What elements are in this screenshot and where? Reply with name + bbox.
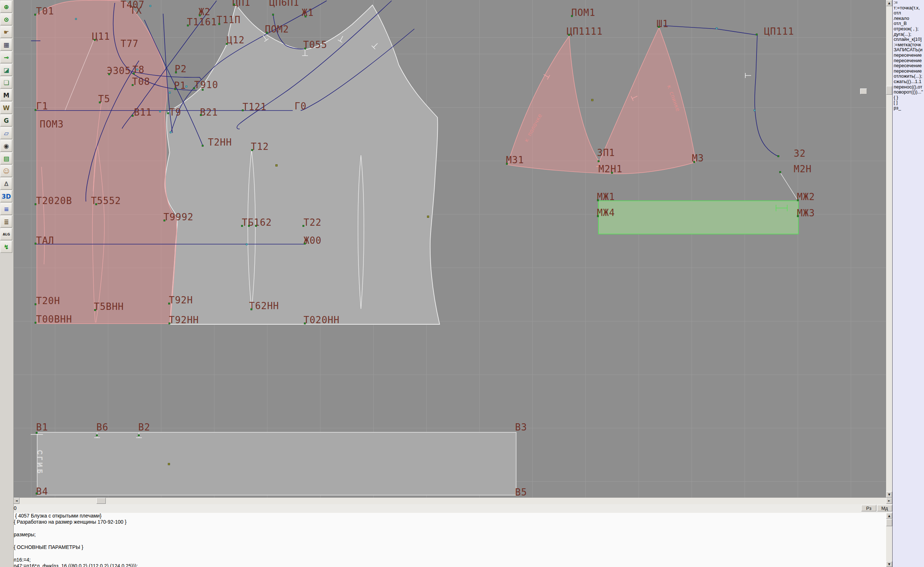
curve-point xyxy=(170,131,171,133)
construction-point xyxy=(779,171,781,173)
construction-point xyxy=(164,220,165,221)
ruler-icon[interactable]: ▱ xyxy=(0,127,12,139)
pattern-piece-icon[interactable]: ❏ xyxy=(0,77,12,89)
construction-point xyxy=(242,110,244,111)
books-icon: ≣ xyxy=(4,218,9,226)
command-item[interactable]: поворот(())..." xyxy=(892,90,924,95)
construction-point xyxy=(251,149,253,151)
command-item[interactable]: т:=точка(т.х, xyxy=(892,5,924,11)
command-item[interactable]: отложить(...); xyxy=(892,74,924,79)
m2n-guide-line xyxy=(781,173,798,200)
canvas-vscrollbar[interactable]: ▲ ▼ xyxy=(886,0,892,498)
construction-point xyxy=(571,15,573,17)
construction-point xyxy=(248,225,250,227)
point-label: Т01 xyxy=(36,6,54,16)
scroll-up-button[interactable]: ▲ xyxy=(886,0,892,6)
3d-icon[interactable]: 3D xyxy=(0,190,12,202)
md-button[interactable]: Мд xyxy=(877,505,892,511)
hand-pattern-icon[interactable]: ☛ xyxy=(0,26,12,38)
pattern-m-icon[interactable]: M xyxy=(0,89,12,101)
editor-scroll-down-button[interactable]: ▼ xyxy=(886,561,892,567)
command-item[interactable]: пересечение xyxy=(892,63,924,69)
garment-icon[interactable]: ∆ xyxy=(0,178,12,190)
vscroll-thumb[interactable] xyxy=(886,86,892,95)
command-item[interactable]: лекало xyxy=(892,16,924,21)
clear-broom-icon[interactable]: ↯ xyxy=(0,241,12,253)
grid-icon: ▦ xyxy=(3,41,9,48)
construction-point xyxy=(200,114,202,116)
point-label: В5 xyxy=(515,487,527,497)
command-item[interactable]: ЗАПИСАТЬ(и xyxy=(892,47,924,53)
scroll-left-button[interactable]: ◄ xyxy=(14,498,20,504)
command-item[interactable]: пересечение xyxy=(892,58,924,63)
image-icon: ◪ xyxy=(3,66,9,74)
point-label: В3 xyxy=(515,423,527,432)
construction-point xyxy=(304,15,306,17)
point-label: Т20Н xyxy=(36,296,60,305)
scroll-down-button[interactable]: ▼ xyxy=(886,492,892,498)
camera-icon: ◉ xyxy=(4,142,9,149)
canvas-hscrollbar[interactable]: ◄ ► xyxy=(14,498,892,504)
construction-point xyxy=(187,24,189,26)
editor-vscroll-thumb[interactable] xyxy=(886,519,892,526)
measure-line-icon[interactable]: ⊸ xyxy=(0,51,12,63)
pattern-g-icon[interactable]: G xyxy=(0,114,12,126)
point-label: В2 xyxy=(138,423,150,432)
construction-point xyxy=(611,172,613,174)
construction-point xyxy=(94,309,96,311)
image-icon[interactable]: ◪ xyxy=(0,64,12,76)
code-editor[interactable]: { 4057 Блузка с открытыми плечами}{ Разр… xyxy=(0,513,886,567)
command-item[interactable]: перенос((),от xyxy=(892,84,924,90)
command-item[interactable]: сплайн_к[10] xyxy=(892,37,924,42)
measure-line-icon: ⊸ xyxy=(4,54,9,61)
alg-icon[interactable]: ALG xyxy=(0,228,12,240)
point-label: Г0 xyxy=(294,101,306,111)
drafting-w-icon[interactable]: W xyxy=(0,102,12,114)
point-label: В4 xyxy=(36,487,48,496)
point-label: Т77 xyxy=(120,39,139,48)
zoom-in-icon[interactable]: ⊕ xyxy=(0,1,12,13)
code-line: { Разработано на размер женщины 170-92-1… xyxy=(0,519,886,525)
editor-scroll-up-button[interactable]: ▲ xyxy=(886,513,892,519)
command-item[interactable]: дуга(...); xyxy=(892,32,924,37)
command-item[interactable]: [ ] xyxy=(892,100,924,105)
construction-point xyxy=(304,48,306,50)
construction-point xyxy=(193,87,195,89)
point-label: Т12 xyxy=(251,142,269,151)
command-item[interactable]: :=метка(точк xyxy=(892,42,924,48)
text-doc-icon[interactable]: ≡ xyxy=(0,203,12,215)
alg-icon: ALG xyxy=(3,233,10,236)
code-line: п47:=п16*л фнк(рз 16,((80,0.2),(112,0.2)… xyxy=(0,563,886,567)
command-item[interactable]: := xyxy=(892,0,924,5)
command-item[interactable]: отл xyxy=(892,11,924,16)
point-label: Т92НН xyxy=(169,315,199,325)
point-label: ПОМ1 xyxy=(572,8,596,17)
point-label: Т5ВНН xyxy=(94,302,124,311)
command-item[interactable]: отл_В xyxy=(892,21,924,26)
rz-button[interactable]: Рз xyxy=(861,505,876,511)
point-label: Т9 xyxy=(169,108,181,117)
command-item[interactable]: рз_ xyxy=(892,105,924,111)
hscroll-thumb[interactable] xyxy=(96,498,106,504)
command-item[interactable]: отрезок( , ); xyxy=(892,26,924,32)
model-photo-icon[interactable]: ☺ xyxy=(0,165,12,177)
command-item[interactable]: сжать(()...1.1 xyxy=(892,79,924,84)
point-label: ЦП6П1 xyxy=(269,0,299,7)
construction-point xyxy=(304,243,306,245)
point-label: Т055 xyxy=(303,40,327,50)
hand-pattern-icon: ☛ xyxy=(4,29,9,36)
table-report-icon[interactable]: ▤ xyxy=(0,152,12,164)
camera-icon[interactable]: ◉ xyxy=(0,140,12,152)
zoom-sheet-icon[interactable]: ⊙ xyxy=(0,14,12,25)
point-label: ЦП1111 xyxy=(567,27,603,36)
editor-vscrollbar[interactable]: ▲ ▼ xyxy=(886,513,892,567)
grid-icon[interactable]: ▦ xyxy=(0,39,12,51)
books-icon[interactable]: ≣ xyxy=(0,216,12,227)
command-item[interactable]: пересечение xyxy=(892,69,924,74)
panel-splitter-handle[interactable] xyxy=(860,89,867,94)
scroll-right-button[interactable]: ► xyxy=(886,498,892,504)
command-item[interactable]: { } xyxy=(892,95,924,101)
point-label: В6 xyxy=(96,423,108,432)
construction-point xyxy=(199,14,201,16)
command-item[interactable]: пересечение xyxy=(892,53,924,58)
